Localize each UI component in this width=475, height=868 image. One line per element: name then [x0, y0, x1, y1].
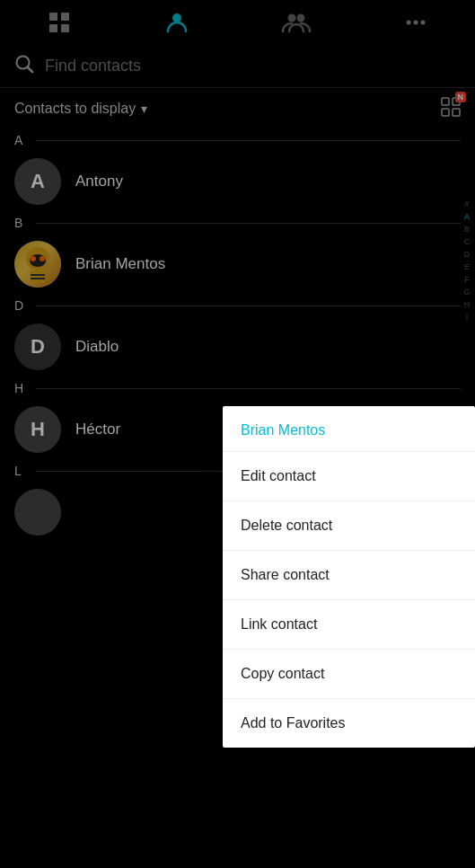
context-menu-add-favorites[interactable]: Add to Favorites: [223, 698, 475, 748]
context-menu-copy-contact[interactable]: Copy contact: [223, 649, 475, 698]
context-menu-contact-name: Brian Mentos: [223, 406, 475, 451]
context-menu-delete-contact[interactable]: Delete contact: [223, 500, 475, 550]
context-menu: Brian Mentos Edit contact Delete contact…: [223, 406, 475, 748]
context-menu-edit-contact[interactable]: Edit contact: [223, 451, 475, 500]
context-menu-link-contact[interactable]: Link contact: [223, 599, 475, 649]
context-menu-share-contact[interactable]: Share contact: [223, 550, 475, 599]
